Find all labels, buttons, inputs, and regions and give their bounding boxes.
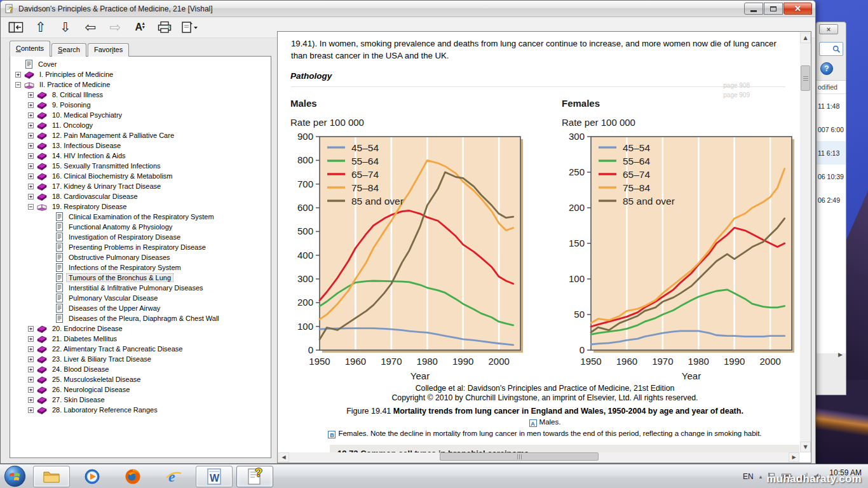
expander-plus[interactable]: + — [28, 133, 34, 139]
tree-item[interactable]: Pulmonary Vascular Disease — [10, 293, 271, 303]
minimize-button[interactable] — [744, 3, 763, 15]
taskbar-ie-button[interactable]: e — [155, 466, 192, 487]
start-button[interactable] — [3, 464, 27, 488]
tree-item[interactable]: +8. Critical Illness — [10, 90, 271, 100]
explorer-file-row[interactable]: 11 1:48 — [817, 94, 846, 118]
pane-splitter[interactable] — [272, 39, 277, 462]
vertical-scrollbar[interactable]: ▲ ▼ — [800, 32, 811, 452]
scroll-up-button[interactable]: ▲ — [800, 32, 811, 43]
hide-panel-button[interactable] — [6, 18, 25, 36]
tree-item[interactable]: Obstructive Pulmonary Diseases — [10, 252, 271, 262]
tree-item[interactable]: +22. Alimentary Tract & Pancreatic Disea… — [10, 344, 271, 354]
expander-plus[interactable]: + — [28, 143, 34, 149]
tree-item[interactable]: +10. Medical Psychiatry — [10, 110, 271, 120]
maximize-button[interactable] — [764, 3, 783, 15]
options-button[interactable] — [180, 18, 199, 36]
taskbar-chm-help-button[interactable]: ? — [236, 466, 273, 487]
contents-tree[interactable]: Cover+I. Principles of Medicine−II. Prac… — [10, 56, 271, 458]
explorer-close-button[interactable]: × — [819, 24, 838, 34]
expander-plus[interactable]: + — [28, 123, 34, 128]
explorer-file-row[interactable]: 007 6:00 — [817, 118, 846, 141]
expander-minus[interactable]: − — [28, 204, 34, 210]
expander-plus[interactable]: + — [28, 153, 34, 159]
explorer-help-button[interactable]: ? — [820, 62, 833, 75]
expander-plus[interactable]: + — [28, 326, 34, 332]
tree-item[interactable]: −II. Practice of Medicine — [10, 79, 271, 90]
title-bar[interactable]: ? Davidson's Principles & Practice of Me… — [1, 1, 815, 17]
tree-item[interactable]: +13. Infectious Disease — [10, 140, 271, 151]
tree-item[interactable]: +I. Principles of Medicine — [10, 69, 271, 79]
scroll-left-button[interactable]: ◀ — [278, 452, 289, 462]
print-button[interactable] — [155, 18, 174, 36]
expander-plus[interactable]: + — [28, 184, 34, 189]
expander-plus[interactable]: + — [28, 387, 34, 393]
tree-item[interactable]: Clinical Examination of the Respiratory … — [10, 212, 271, 222]
horizontal-scroll-thumb[interactable] — [440, 452, 599, 461]
language-indicator[interactable]: EN — [743, 472, 754, 481]
tree-item[interactable]: Functional Anatomy & Physiology — [10, 222, 271, 232]
taskbar-firefox-button[interactable] — [114, 466, 151, 487]
tree-item[interactable]: +25. Musculoskeletal Disease — [10, 374, 271, 384]
tree-item[interactable]: +12. Pain Management & Palliative Care — [10, 130, 271, 140]
expander-minus[interactable]: − — [15, 82, 21, 88]
back-button[interactable]: ⇦ — [81, 18, 100, 36]
forward-button[interactable]: ⇨ — [105, 18, 125, 36]
expander-plus[interactable]: + — [28, 173, 34, 179]
tree-item[interactable]: Investigation of Respiratory Disease — [10, 232, 271, 242]
tree-item[interactable]: +24. Blood Disease — [10, 364, 271, 374]
tree-item[interactable]: −19. Respiratory Disease — [10, 201, 271, 212]
tree-item[interactable]: Diseases of the Upper Airway — [10, 303, 271, 313]
tree-item[interactable]: +26. Neurological Disease — [10, 384, 271, 395]
expander-plus[interactable]: + — [28, 407, 34, 413]
tab-contents[interactable]: Contents — [10, 41, 50, 57]
close-button[interactable]: ✕ — [783, 3, 812, 15]
next-topic-button[interactable]: ⇩ — [56, 18, 75, 36]
tree-item[interactable]: +21. Diabetes Mellitus — [10, 334, 271, 344]
explorer-search-box[interactable] — [819, 42, 843, 56]
font-button[interactable]: A▴▾ — [130, 18, 149, 36]
tree-item[interactable]: +14. HIV Infection & Aids — [10, 151, 271, 161]
tree-item[interactable]: +16. Clinical Biochemistry & Metabolism — [10, 171, 271, 181]
tree-item[interactable]: +15. Sexually Transmitted Infections — [10, 161, 271, 171]
tab-favorites[interactable]: Favorites — [88, 43, 129, 57]
tree-item[interactable]: +9. Poisoning — [10, 100, 271, 110]
explorer-file-list[interactable]: odified 11 1:48007 6:0011 6:1306 10:3906… — [817, 80, 846, 353]
tree-item[interactable]: +27. Skin Disease — [10, 395, 271, 405]
expander-plus[interactable]: + — [15, 72, 21, 78]
expander-plus[interactable]: + — [28, 367, 34, 372]
horizontal-scrollbar[interactable]: ◀ ▶ — [278, 452, 799, 462]
vertical-scroll-thumb[interactable] — [801, 65, 810, 91]
show-hidden-icons-button[interactable]: ▴ — [759, 473, 763, 480]
explorer-file-row[interactable]: 11 6:13 — [817, 141, 846, 165]
taskbar-media-player-button[interactable] — [74, 466, 111, 487]
expander-plus[interactable]: + — [28, 92, 34, 98]
tab-search[interactable]: Search — [51, 43, 86, 57]
tree-item[interactable]: Infections of the Respiratory System — [10, 262, 271, 273]
taskbar-explorer-button[interactable] — [33, 466, 70, 487]
expander-plus[interactable]: + — [28, 377, 34, 383]
taskbar-word-button[interactable]: W — [196, 466, 233, 487]
tree-item[interactable]: Presenting Problems in Respiratory Disea… — [10, 242, 271, 252]
column-header-date-modified[interactable]: odified — [817, 81, 846, 94]
tree-item[interactable]: Diseases of the Pleura, Diaphragm & Ches… — [10, 313, 271, 323]
tree-item[interactable]: +23. Liver & Biliary Tract Disease — [10, 354, 271, 364]
expander-plus[interactable]: + — [28, 194, 34, 200]
tree-item[interactable]: +28. Laboratory Reference Ranges — [10, 405, 271, 415]
expander-plus[interactable]: + — [28, 336, 34, 342]
expander-plus[interactable]: + — [28, 102, 34, 108]
explorer-scroll-right-arrow[interactable]: ▶ — [838, 351, 843, 358]
scroll-down-button[interactable]: ▼ — [800, 442, 811, 452]
tree-item[interactable]: +17. Kidney & Urinary Tract Disease — [10, 181, 271, 191]
explorer-file-row[interactable]: 06 10:39 — [817, 165, 846, 188]
expander-plus[interactable]: + — [28, 356, 34, 362]
explorer-window-behind[interactable]: × ? odified 11 1:48007 6:0011 6:1306 10:… — [816, 22, 846, 395]
tree-item[interactable]: +18. Cardiovascular Disease — [10, 191, 271, 201]
tree-item[interactable]: Cover — [10, 59, 271, 69]
expander-plus[interactable]: + — [28, 163, 34, 169]
scroll-right-button[interactable]: ▶ — [789, 452, 799, 462]
explorer-file-row[interactable]: 06 2:49 — [817, 188, 846, 212]
expander-plus[interactable]: + — [28, 346, 34, 352]
previous-topic-button[interactable]: ⇧ — [31, 18, 50, 36]
expander-plus[interactable]: + — [28, 397, 34, 403]
tree-item[interactable]: +20. Endocrine Disease — [10, 323, 271, 334]
